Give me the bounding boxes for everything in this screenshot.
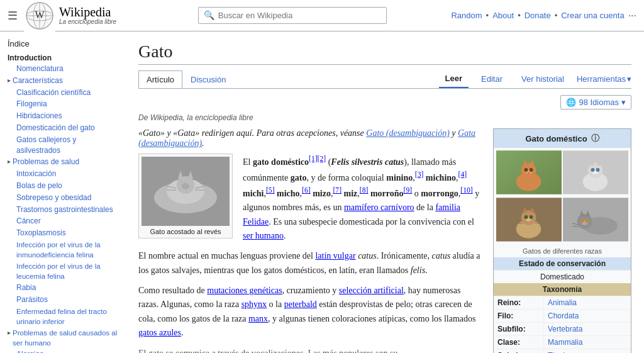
sidebar-item-intoxicacion[interactable]: Intoxicación [8,169,118,179]
tab-edit[interactable]: Editar [475,70,509,87]
language-icon: 🌐 [566,98,576,107]
caracteristicas-link[interactable]: Características [13,76,63,86]
manx-link[interactable]: manx [248,314,268,323]
ref8[interactable]: [8] [360,186,369,194]
sidebar-item-cancer[interactable]: Cáncer [8,216,118,227]
ref6[interactable]: [6] [302,186,311,194]
bolas-pelo-link[interactable]: Bolas de pelo [16,181,62,191]
tabs-left: Artículo Discusión [138,70,234,87]
ref1[interactable]: [1] [309,155,318,163]
infobox-info-icon[interactable]: ⓘ [591,133,599,144]
enfermedad-felina-link[interactable]: Enfermedad felina del tracto urinario in… [16,306,118,327]
sobrepeso-link[interactable]: Sobrepeso y obesidad [16,193,91,203]
ser-humano-link[interactable]: ser humano [243,231,284,240]
search-input[interactable] [218,11,381,20]
header-right: Random • About • Donate • Crear una cuen… [451,10,636,21]
mamifero-link[interactable]: mamífero carnívoro [344,203,414,212]
ref7[interactable]: [7] [333,186,341,194]
gatos-azules-link[interactable]: gatos azules [138,328,181,337]
sidebar-item-clasificacion[interactable]: Clasificación científica [8,87,118,98]
tab-article[interactable]: Artículo [138,70,182,88]
infobox-label-subfilo: Subfilo: [494,323,544,335]
alergias-link[interactable]: Alergias [16,349,43,353]
hibridaciones-link[interactable]: Hibridaciones [16,111,62,121]
ref3[interactable]: [3] [415,171,424,179]
nomenclatura-link[interactable]: Nomenclatura [16,64,64,74]
rabia-link[interactable]: Rabia [16,283,36,293]
wiki-logo[interactable]: W Wikipedia La enciclopedia libre [24,0,116,31]
tools-button[interactable]: Herramientas ▾ [577,74,631,84]
mutaciones-link[interactable]: mutaciones genéticas [207,286,282,295]
sidebar-item-filogenia[interactable]: Filogenia [8,99,118,109]
gatos-callejeros-link[interactable]: Gatos callejeros y asilvestrados [16,135,118,156]
sidebar-item-sobrepeso[interactable]: Sobrepeso y obesidad [8,193,118,203]
svg-point-41 [525,215,528,219]
leucemia-link[interactable]: Infección por el virus de la leucemia fe… [16,261,118,281]
tab-read[interactable]: Leer [439,70,469,88]
seleccion-link[interactable]: selección artificial [339,286,404,295]
search-container: 🔍 [198,7,387,24]
domesticacion-link[interactable]: Domesticación del gato [16,123,95,133]
sidebar-item-problemas-salud[interactable]: ▸ Problemas de salud [8,157,118,167]
sidebar-item-alergias[interactable]: Alergias [8,349,118,353]
sidebar-item-problemas-humano[interactable]: ▸ Problemas de salud causados al ser hum… [8,328,118,348]
sidebar-item-trastornos[interactable]: Trastornos gastrointestinales [8,205,118,215]
svg-point-26 [528,172,530,174]
filogenia-link[interactable]: Filogenia [16,99,47,109]
sidebar-item-hibridaciones[interactable]: Hibridaciones [8,111,118,121]
sidebar-intro-label: Introduction [8,53,52,62]
sidebar-item-bolas-pelo[interactable]: Bolas de pelo [8,181,118,191]
sidebar-item-leucemia[interactable]: Infección por el virus de la leucemia fe… [8,261,118,281]
sidebar-item-inmunodeficiencia[interactable]: Infección por el virus de la inmunodefic… [8,240,118,260]
sidebar-item-toxoplasmosis[interactable]: Toxoplasmosis [8,228,118,238]
infobox-value-clase: Mammalia [544,336,586,349]
create-account-link[interactable]: Crear una cuenta [561,11,624,20]
toxoplasmosis-link[interactable]: Toxoplasmosis [16,228,66,238]
infobox-label-subclase: Subclase: [494,349,544,353]
more-icon[interactable]: ··· [628,10,636,21]
ref9[interactable]: [9] [404,186,413,194]
svg-point-33 [591,168,595,172]
infobox-label-reino: Reino: [494,296,544,309]
tab-history[interactable]: Ver historial [515,70,570,87]
chevron-icon: ▸ [8,77,11,84]
ref4[interactable]: [4] [458,171,467,179]
sidebar-item-parasitos[interactable]: Parásitos [8,294,118,305]
cancer-link[interactable]: Cáncer [16,216,41,227]
random-link[interactable]: Random [451,11,482,20]
cat-image-4 [563,198,628,244]
sidebar-item-introduction[interactable]: Introduction [8,53,118,62]
donate-link[interactable]: Donate [525,11,551,20]
latin-link[interactable]: latín vulgar [315,251,355,261]
infobox-value-reino: Animalia [544,296,580,309]
tabs-bar: Artículo Discusión Leer Editar Ver histo… [138,70,631,89]
parasitos-link[interactable]: Parásitos [16,294,48,305]
gato-disambig-link[interactable]: Gato (desambiguación) [366,128,450,138]
problemas-humano-link[interactable]: Problemas de salud causados al ser human… [13,328,118,348]
sidebar-item-enfermedad-felina[interactable]: Enfermedad felina del tracto urinario in… [8,306,118,327]
sidebar-item-caracteristicas[interactable]: ▸ Características [8,76,118,86]
problemas-salud-link[interactable]: Problemas de salud [13,157,79,167]
sphynx-link[interactable]: sphynx [242,300,267,309]
sidebar-item-gatos-callejeros[interactable]: Gatos callejeros y asilvestrados [8,135,118,156]
about-link[interactable]: About [492,11,514,20]
sidebar-item-nomenclatura[interactable]: Nomenclatura [8,64,118,74]
trastornos-link[interactable]: Trastornos gastrointestinales [16,205,113,215]
peterbald-link[interactable]: peterbald [284,300,317,309]
search-bar: 🔍 [133,7,451,24]
sidebar: Índice Introduction Nomenclatura ▸ Carac… [0,31,126,353]
infobox-row-filo: Filo: Chordata [494,309,631,322]
ref5[interactable]: [5] [266,186,275,194]
inmunodeficiencia-link[interactable]: Infección por el virus de la inmunodefic… [16,240,118,260]
cat-image-3 [496,198,562,244]
tab-discussion[interactable]: Discusión [182,70,234,88]
ref2[interactable]: [2] [318,155,326,163]
sidebar-item-rabia[interactable]: Rabia [8,283,118,293]
menu-icon[interactable]: ☰ [8,9,18,23]
intoxicacion-link[interactable]: Intoxicación [16,169,56,179]
infobox: Gato doméstico ⓘ [493,128,631,353]
clasificacion-link[interactable]: Clasificación científica [16,87,91,98]
ref10[interactable]: [10] [460,186,472,194]
sidebar-item-domesticacion[interactable]: Domesticación del gato [8,123,118,133]
languages-button[interactable]: 🌐 98 Idiomas ▾ [560,95,631,109]
